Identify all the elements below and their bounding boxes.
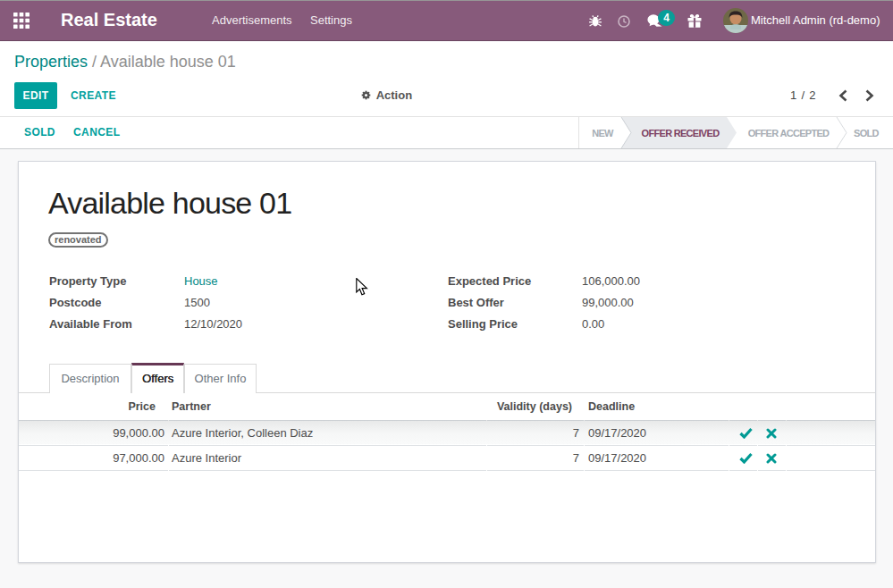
svg-text:NEW: NEW: [592, 128, 614, 139]
svg-text:OFFER ACCEPTED: OFFER ACCEPTED: [748, 128, 830, 139]
svg-text:SOLD: SOLD: [854, 128, 880, 139]
svg-text:OFFER RECEIVED: OFFER RECEIVED: [642, 128, 720, 139]
